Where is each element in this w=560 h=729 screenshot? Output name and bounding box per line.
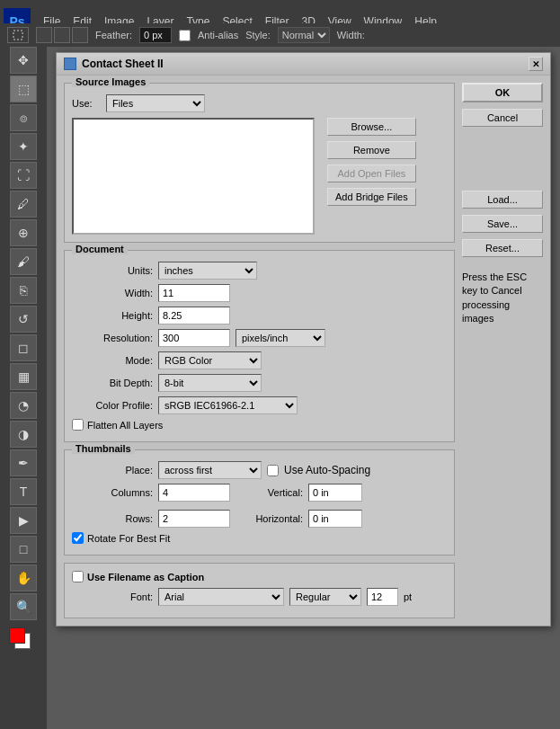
reset-button[interactable]: Reset...: [462, 239, 543, 257]
font-style-select[interactable]: Regular: [289, 588, 361, 606]
document-label: Document: [72, 244, 128, 254]
color-profile-label: Color Profile:: [72, 400, 153, 411]
close-button[interactable]: ✕: [529, 57, 543, 71]
zoom-tool[interactable]: 🔍: [10, 593, 37, 620]
width-row: Width:: [72, 284, 447, 302]
style-select[interactable]: Normal: [278, 27, 330, 43]
blur-tool[interactable]: ◔: [10, 392, 37, 419]
vertical-row: Vertical:: [244, 484, 362, 502]
mode-select[interactable]: RGB Color: [158, 351, 262, 369]
dialog-left: Source Images Use: Files: [64, 83, 455, 618]
clone-tool[interactable]: ⎘: [10, 277, 37, 304]
columns-label: Columns:: [72, 487, 153, 498]
font-row: Font: Arial Regular pt: [72, 588, 447, 606]
eraser-tool[interactable]: ◻: [10, 334, 37, 361]
ellipse-tool[interactable]: [54, 27, 70, 43]
resolution-label: Resolution:: [72, 333, 153, 343]
remove-button[interactable]: Remove: [327, 141, 416, 159]
gradient-tool[interactable]: ▦: [10, 363, 37, 390]
document-content: Units: inches Width: Height:: [72, 262, 447, 431]
vertical-input[interactable]: [308, 484, 362, 502]
caption-checkbox[interactable]: [72, 571, 84, 582]
cancel-button[interactable]: Cancel: [462, 109, 543, 127]
height-label: Height:: [72, 310, 153, 321]
color-profile-select[interactable]: sRGB IEC61966-2.1: [158, 396, 298, 414]
feather-input[interactable]: [139, 27, 172, 43]
units-select[interactable]: inches: [158, 262, 257, 280]
magic-wand-tool[interactable]: ✦: [10, 133, 37, 160]
file-list[interactable]: [72, 118, 315, 235]
thumbnails-content: Place: across first Use Auto-Spacing Col…: [72, 461, 447, 544]
ok-button[interactable]: OK: [462, 83, 543, 102]
lasso-tool[interactable]: [72, 27, 88, 43]
move-tool[interactable]: ✥: [10, 47, 37, 74]
columns-input[interactable]: [158, 484, 230, 502]
lasso-tool[interactable]: ⌾: [10, 104, 37, 131]
eyedropper-tool[interactable]: 🖊: [10, 191, 37, 218]
font-label: Font:: [72, 591, 153, 602]
svg-rect-0: [13, 31, 22, 40]
flatten-label: Flatten All Layers: [87, 420, 163, 431]
units-row: Units: inches: [72, 262, 447, 280]
contact-sheet-dialog: Contact Sheet II ✕ Source Images Use: F: [56, 52, 551, 627]
history-brush-tool[interactable]: ↺: [10, 306, 37, 333]
place-label: Place:: [72, 465, 153, 476]
add-bridge-files-button[interactable]: Add Bridge Files: [327, 188, 416, 206]
tool-options-group: [36, 27, 88, 43]
use-label: Use:: [72, 98, 99, 109]
dialog-icon: [64, 58, 76, 70]
columns-row: Columns:: [72, 484, 230, 502]
titlebar-left: Contact Sheet II: [64, 58, 164, 70]
horizontal-label: Horizontal:: [244, 513, 303, 524]
units-label: Units:: [72, 265, 153, 276]
left-col: Columns: Rows:: [72, 484, 230, 532]
caption-header: Use Filename as Caption: [72, 571, 447, 582]
brush-tool[interactable]: 🖌: [10, 248, 37, 275]
width-input[interactable]: [158, 284, 230, 302]
load-button[interactable]: Load...: [462, 191, 543, 209]
save-button[interactable]: Save...: [462, 215, 543, 233]
source-buttons: Browse... Remove Add Open Files Add Brid…: [327, 118, 416, 235]
rect-tool[interactable]: [36, 27, 52, 43]
antialias-checkbox[interactable]: [179, 30, 191, 41]
thumbnails-label: Thumbnails: [72, 443, 135, 454]
crop-tool[interactable]: ⛶: [10, 162, 37, 189]
flatten-checkbox[interactable]: [72, 419, 84, 431]
color-profile-row: Color Profile: sRGB IEC61966-2.1: [72, 396, 447, 414]
height-input[interactable]: [158, 307, 230, 324]
auto-spacing-checkbox[interactable]: [267, 465, 279, 476]
resolution-unit-select[interactable]: pixels/inch: [236, 329, 325, 347]
text-tool[interactable]: T: [10, 478, 37, 505]
browse-button[interactable]: Browse...: [327, 118, 416, 136]
rotate-label: Rotate For Best Fit: [87, 533, 170, 544]
horizontal-input[interactable]: [308, 510, 362, 528]
heal-tool[interactable]: ⊕: [10, 219, 37, 246]
dialog-right: OK Cancel Load... Save... Reset... Press…: [462, 83, 543, 618]
caption-group: Use Filename as Caption Font: Arial Regu…: [64, 563, 455, 618]
dodge-tool[interactable]: ◑: [10, 421, 37, 448]
pen-tool[interactable]: ✒: [10, 449, 37, 476]
color-swatches[interactable]: [7, 626, 40, 658]
bit-depth-select[interactable]: 8-bit: [158, 374, 262, 392]
add-open-files-button[interactable]: Add Open Files: [327, 164, 416, 182]
path-select-tool[interactable]: ▶: [10, 507, 37, 534]
place-select[interactable]: across first: [158, 461, 262, 479]
hand-tool[interactable]: ✋: [10, 565, 37, 591]
left-toolbar: ✥ ⬚ ⌾ ✦ ⛶ 🖊 ⊕ 🖌 ⎘ ↺ ◻ ▦ ◔ ◑ ✒ T ▶ □ ✋ 🔍: [0, 43, 47, 729]
font-select[interactable]: Arial: [158, 588, 284, 606]
use-row: Use: Files: [72, 94, 447, 112]
selection-tool[interactable]: ⬚: [10, 76, 37, 102]
rotate-checkbox[interactable]: [72, 532, 84, 544]
shape-tool[interactable]: □: [10, 536, 37, 563]
selection-tool-btn[interactable]: [7, 27, 29, 43]
caption-label: Use Filename as Caption: [87, 572, 204, 582]
source-images-content: Use: Files Browse... Remove: [72, 94, 447, 235]
use-select[interactable]: Files: [106, 94, 205, 112]
document-group: Document Units: inches Width:: [64, 250, 455, 442]
horizontal-row: Horizontal:: [244, 510, 362, 528]
feather-label: Feather:: [95, 30, 132, 40]
resolution-input[interactable]: [158, 329, 230, 347]
font-size-input[interactable]: [367, 588, 398, 606]
rows-input[interactable]: [158, 510, 230, 528]
style-label: Style:: [245, 30, 271, 40]
